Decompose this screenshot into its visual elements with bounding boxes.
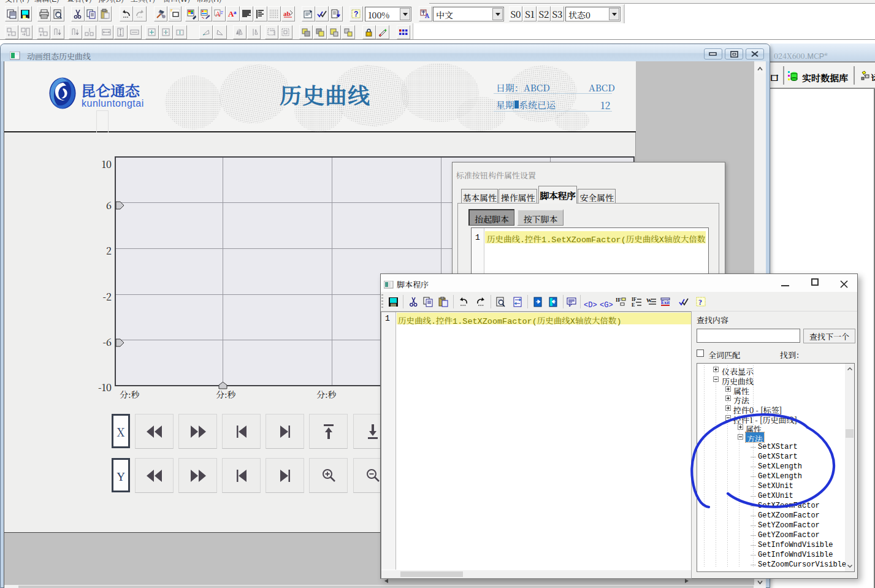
svg-text:A: A <box>215 10 221 18</box>
svg-text:a: a <box>234 9 237 15</box>
svg-text:E: E <box>632 302 635 307</box>
svg-text:Exit: Exit <box>661 300 670 305</box>
svg-text:IF: IF <box>632 297 636 302</box>
svg-text:T: T <box>367 31 370 37</box>
svg-text:ab: ab <box>283 10 291 17</box>
svg-text:IF: IF <box>616 297 622 303</box>
svg-text:W: W <box>646 297 652 304</box>
svg-text:?: ? <box>698 298 702 307</box>
svg-text:?: ? <box>354 9 358 18</box>
svg-text:A: A <box>424 10 430 20</box>
